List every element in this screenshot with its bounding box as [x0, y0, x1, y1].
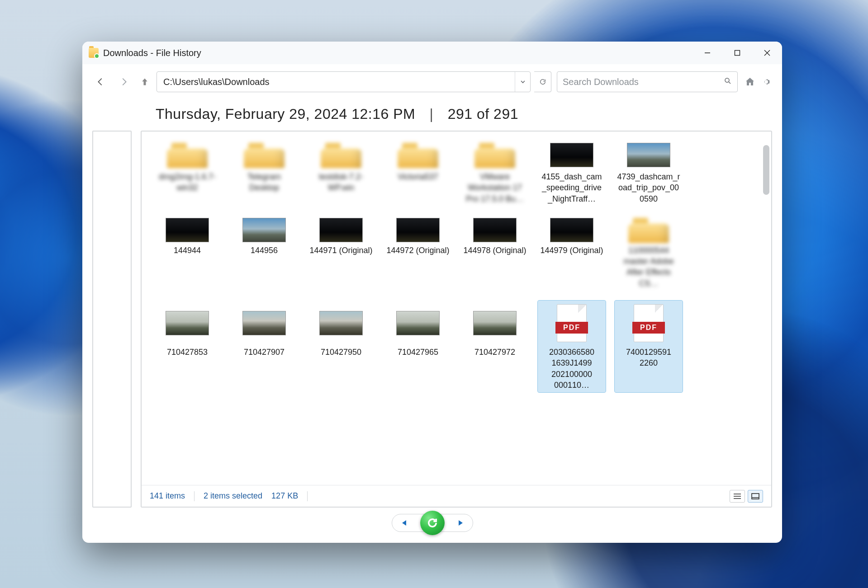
- video-thumbnail: [166, 311, 209, 335]
- vertical-scrollbar[interactable]: [763, 145, 769, 195]
- video-thumbnail: [550, 218, 593, 242]
- video-thumbnail: [319, 311, 363, 335]
- video-thumbnail: [166, 218, 209, 242]
- item-label: 710427965: [398, 347, 438, 358]
- maximize-button[interactable]: [722, 42, 752, 64]
- folder-item[interactable]: Victoria537: [384, 140, 452, 206]
- video-item[interactable]: 144979 (Original): [538, 216, 606, 291]
- nav-up-button[interactable]: [138, 75, 151, 88]
- video-item[interactable]: 144978 (Original): [461, 216, 529, 291]
- status-bar: 141 items 2 items selected 127 KB: [142, 485, 771, 507]
- item-label: 144978 (Original): [463, 245, 526, 256]
- search-box[interactable]: [557, 71, 738, 92]
- folder-item[interactable]: testdisk-7.2-WP.win: [307, 140, 375, 206]
- item-label: 144971 (Original): [309, 245, 372, 256]
- toolbar: [82, 64, 782, 99]
- folder-item[interactable]: dmg2img-1.6.7-win32: [153, 140, 221, 206]
- folder-icon: [398, 142, 438, 168]
- files-pane: dmg2img-1.6.7-win32Telegram Desktoptestd…: [141, 131, 772, 508]
- video-thumbnail: [473, 218, 517, 242]
- previous-version-button[interactable]: [399, 519, 408, 527]
- view-tiles-button[interactable]: [748, 490, 763, 503]
- item-label: Telegram Desktop: [232, 171, 296, 193]
- item-label: 710427853: [167, 347, 208, 358]
- restore-button[interactable]: [420, 511, 445, 535]
- settings-button[interactable]: [759, 75, 773, 89]
- folder-icon: [167, 142, 208, 168]
- pdf-item[interactable]: PDF2030366580 1639J1499 202100000 000110…: [538, 301, 606, 392]
- address-bar[interactable]: [157, 71, 531, 92]
- heading-separator: |: [430, 106, 434, 122]
- item-label: 7400129591 2260: [617, 347, 680, 369]
- address-input[interactable]: [157, 77, 515, 87]
- video-thumbnail: [319, 218, 363, 242]
- video-thumbnail: [242, 218, 286, 242]
- folder-icon: [474, 142, 515, 168]
- video-item[interactable]: 710427907: [230, 301, 298, 392]
- item-label: 2030366580 1639J1499 202100000 000110…: [540, 347, 603, 390]
- video-thumbnail: [396, 218, 440, 242]
- folder-icon: [321, 142, 361, 168]
- video-item[interactable]: 4739_dashcam_road_trip_pov_000590: [615, 140, 683, 206]
- video-item[interactable]: 710427965: [384, 301, 452, 392]
- item-label: 4155_dash_cam_speeding_drive_NightTraff…: [540, 171, 603, 204]
- navigation-controls: [82, 511, 782, 543]
- main-content: Thursday, February 29, 2024 12:16 PM | 2…: [82, 99, 782, 511]
- video-thumbnail: [550, 143, 593, 167]
- video-item[interactable]: 710427853: [153, 301, 221, 392]
- search-input[interactable]: [563, 77, 719, 87]
- item-label: Victoria537: [398, 171, 438, 182]
- file-history-window: Downloads - File History: [82, 42, 782, 543]
- close-button[interactable]: [752, 42, 782, 64]
- minimize-button[interactable]: [693, 42, 722, 64]
- refresh-button[interactable]: [534, 71, 551, 92]
- pdf-icon: PDF: [557, 304, 587, 342]
- nav-back-button[interactable]: [91, 73, 109, 91]
- files-grid[interactable]: dmg2img-1.6.7-win32Telegram Desktoptestd…: [142, 132, 771, 485]
- status-selection: 2 items selected: [204, 491, 262, 501]
- status-item-count: 141 items: [150, 491, 185, 501]
- window-icon: [89, 48, 99, 58]
- home-button[interactable]: [743, 75, 757, 89]
- item-label: 710427972: [474, 347, 515, 358]
- item-label: 110000544 master Adobe After Effects CS…: [617, 245, 680, 289]
- search-icon: [724, 77, 732, 87]
- svg-rect-2: [752, 494, 759, 499]
- svg-point-1: [725, 78, 729, 82]
- nav-forward-button[interactable]: [115, 73, 133, 91]
- folder-icon: [628, 217, 669, 243]
- snapshot-position: 291 of 291: [448, 106, 518, 122]
- folder-icon: [244, 142, 285, 168]
- titlebar[interactable]: Downloads - File History: [82, 42, 782, 64]
- item-label: 144979 (Original): [540, 245, 603, 256]
- status-size: 127 KB: [271, 491, 298, 501]
- video-item[interactable]: 144971 (Original): [307, 216, 375, 291]
- video-item[interactable]: 144972 (Original): [384, 216, 452, 291]
- video-thumbnail: [473, 311, 517, 335]
- view-details-button[interactable]: [730, 490, 745, 503]
- address-dropdown-button[interactable]: [515, 72, 530, 92]
- folder-item[interactable]: VMware Workstation 17 Pro 17.5.0 Bu…: [461, 140, 529, 206]
- video-thumbnail: [242, 311, 286, 335]
- item-label: 144956: [251, 245, 278, 256]
- snapshot-heading: Thursday, February 29, 2024 12:16 PM | 2…: [92, 99, 772, 131]
- video-item[interactable]: 144956: [230, 216, 298, 291]
- item-label: VMware Workstation 17 Pro 17.5.0 Bu…: [463, 171, 526, 204]
- svg-rect-0: [735, 51, 740, 56]
- folder-item[interactable]: Telegram Desktop: [230, 140, 298, 206]
- video-thumbnail: [627, 143, 670, 167]
- pdf-item[interactable]: PDF7400129591 2260: [615, 301, 683, 392]
- item-label: 710427950: [321, 347, 361, 358]
- pdf-icon: PDF: [634, 304, 664, 342]
- next-version-button[interactable]: [457, 519, 465, 527]
- video-item[interactable]: 144944: [153, 216, 221, 291]
- video-item[interactable]: 710427972: [461, 301, 529, 392]
- item-label: 144944: [174, 245, 201, 256]
- folder-item[interactable]: 110000544 master Adobe After Effects CS…: [615, 216, 683, 291]
- video-thumbnail: [396, 311, 440, 335]
- version-nav-pill: [392, 514, 473, 532]
- item-label: testdisk-7.2-WP.win: [309, 171, 373, 193]
- navigation-pane[interactable]: [92, 131, 132, 508]
- video-item[interactable]: 710427950: [307, 301, 375, 392]
- video-item[interactable]: 4155_dash_cam_speeding_drive_NightTraff…: [538, 140, 606, 206]
